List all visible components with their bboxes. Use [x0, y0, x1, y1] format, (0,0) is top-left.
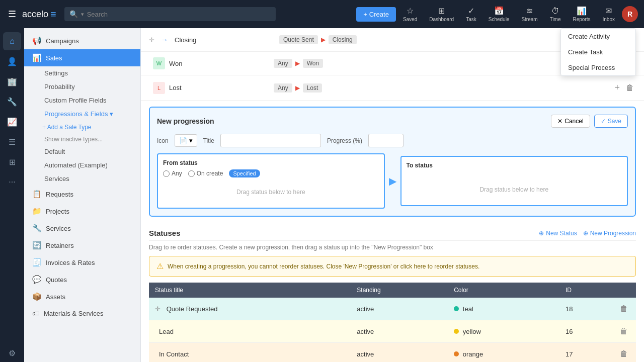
sidebar-item-campaigns[interactable]: 📢 Campaigns: [24, 32, 140, 49]
context-menu: Create Activity Create Task Special Proc…: [560, 28, 636, 76]
search-bar[interactable]: 🔍 ▾: [64, 7, 276, 21]
time-button[interactable]: ⏱ Time: [545, 5, 566, 24]
new-progression-link[interactable]: ⊕ New Progression: [583, 230, 636, 237]
plus-icon-new-status: ⊕: [539, 230, 544, 237]
to-status-label: To status: [407, 162, 622, 169]
sidebar-item-invoices-rates[interactable]: 🧾 Invoices & Rates: [24, 254, 140, 271]
add-button[interactable]: +: [612, 80, 622, 95]
show-inactive-link[interactable]: Show inactive types...: [24, 134, 140, 145]
status-boxes: From status Any On create Specified Drag…: [157, 153, 628, 209]
radio-specified-selected[interactable]: Specified: [229, 169, 260, 177]
dashboard-button[interactable]: ⊞ Dashboard: [424, 4, 459, 24]
standing-cell: active: [351, 298, 448, 320]
sidebar-sub-default[interactable]: Default: [24, 145, 140, 158]
task-button[interactable]: ✓ Task: [461, 4, 481, 24]
radio-on-create-input[interactable]: [188, 170, 195, 177]
rail-contacts-icon[interactable]: 👤: [3, 52, 21, 70]
rail-more-icon[interactable]: ···: [3, 173, 21, 191]
campaigns-icon: 📢: [32, 36, 42, 45]
search-dropdown-icon[interactable]: ▾: [81, 11, 84, 18]
sidebar-sub-custom-profile-fields[interactable]: Custom Profile Fields: [24, 94, 140, 107]
add-sale-type-button[interactable]: + Add a Sale Type: [24, 121, 140, 134]
sidebar-item-quotes[interactable]: 💬 Quotes: [24, 271, 140, 288]
rail-grid-icon[interactable]: ⊞: [3, 153, 21, 171]
sidebar-item-retainers[interactable]: 🔄 Retainers: [24, 237, 140, 254]
sidebar-item-materials-services[interactable]: 🏷 Materials & Services: [24, 305, 140, 322]
sidebar: 📢 Campaigns 📊 Sales Settings Probability…: [24, 28, 141, 362]
color-dot-icon: [454, 329, 459, 334]
rail-tools-icon[interactable]: 🔧: [3, 93, 21, 111]
rail-list-icon[interactable]: ☰: [3, 133, 21, 151]
status-table-header: Status title Standing Color ID: [149, 283, 636, 298]
sidebar-item-services[interactable]: 🔧 Services: [24, 220, 140, 237]
prog-row-icon: L: [153, 82, 165, 94]
sidebar-sub-services-type[interactable]: Services: [24, 172, 140, 186]
reports-button[interactable]: 📊 Reports: [568, 4, 596, 24]
col-standing: Standing: [351, 283, 448, 298]
flow-to-badge: Won: [303, 59, 323, 68]
stream-button[interactable]: ≋ Stream: [516, 4, 542, 24]
icon-rail: ⌂ 👤 🏢 🔧 📈 ☰ ⊞ ··· ⚙: [0, 28, 24, 362]
schedule-button[interactable]: 📅 Schedule: [484, 4, 515, 24]
topbar-actions: + Create ☆ Saved ⊞ Dashboard ✓ Task 📅 Sc…: [356, 4, 638, 24]
drag-handle-icon[interactable]: ✛: [149, 36, 154, 44]
delete-row-button[interactable]: 🗑: [618, 347, 630, 360]
prog-row-icon: →: [158, 34, 171, 46]
drag-cursor-icon[interactable]: ✛: [155, 305, 160, 313]
col-id: ID: [559, 283, 612, 298]
sidebar-item-assets[interactable]: 📦 Assets: [24, 288, 140, 305]
radio-any-input[interactable]: [163, 170, 170, 177]
sidebar-item-sales[interactable]: 📊 Sales: [24, 49, 140, 66]
rail-settings-icon[interactable]: ⚙: [3, 344, 21, 362]
task-icon: ✓: [468, 6, 474, 16]
col-status-title: Status title: [149, 283, 351, 298]
id-cell: 18: [559, 298, 612, 320]
action-cell: 🗑: [612, 320, 636, 343]
status-title-cell: Lead: [149, 320, 351, 343]
flow-to-badge: Lost: [303, 83, 323, 93]
sidebar-item-projects[interactable]: 📁 Projects: [24, 203, 140, 220]
sidebar-sub-progressions-fields[interactable]: Progressions & Fields ▾: [24, 107, 140, 121]
sidebar-sub-probability[interactable]: Probability: [24, 80, 140, 94]
rail-home-icon[interactable]: ⌂: [3, 32, 21, 50]
rail-chart-icon[interactable]: 📈: [3, 113, 21, 131]
rail-company-icon[interactable]: 🏢: [3, 72, 21, 90]
progress-input[interactable]: [368, 134, 404, 147]
flow-arrow-icon: ▶: [295, 60, 300, 67]
save-button[interactable]: ✓ Save: [594, 115, 628, 128]
title-input[interactable]: [220, 134, 321, 147]
radio-on-create[interactable]: On create: [188, 170, 223, 177]
delete-button[interactable]: 🗑: [624, 80, 636, 95]
context-menu-special-process[interactable]: Special Process: [561, 60, 635, 75]
col-actions: [612, 283, 636, 298]
avatar[interactable]: R: [622, 6, 638, 22]
cancel-button[interactable]: ✕ Cancel: [551, 115, 590, 128]
statuses-help-text: Drag to re order statuses. Create a new …: [149, 241, 636, 256]
delete-row-button[interactable]: 🗑: [618, 325, 630, 338]
create-button[interactable]: + Create: [356, 7, 396, 22]
delete-row-button[interactable]: 🗑: [618, 302, 630, 315]
sidebar-sub-automated[interactable]: Automated (Example): [24, 158, 140, 172]
context-menu-create-task[interactable]: Create Task: [561, 44, 635, 60]
icon-picker[interactable]: 📄 ▾: [175, 134, 197, 147]
statuses-actions: ⊕ New Status ⊕ New Progression: [539, 230, 636, 237]
flow-arrow-icon: ▶: [295, 84, 300, 92]
chevron-down-icon: ▾: [110, 110, 113, 118]
sidebar-sub-settings[interactable]: Settings: [24, 66, 140, 80]
schedule-icon: 📅: [494, 6, 504, 16]
radio-any[interactable]: Any: [163, 170, 182, 177]
standing-cell: active: [351, 343, 448, 363]
color-cell: orange: [448, 343, 559, 363]
new-progression-header: New progression ✕ Cancel ✓ Save: [157, 115, 628, 128]
context-menu-create-activity[interactable]: Create Activity: [561, 29, 635, 44]
services-icon: 🔧: [32, 224, 42, 233]
sidebar-item-requests[interactable]: 📋 Requests: [24, 186, 140, 203]
search-input[interactable]: [87, 11, 271, 18]
table-row: L Lost Any ▶ Lost + 🗑: [141, 75, 644, 101]
new-status-link[interactable]: ⊕ New Status: [539, 230, 577, 237]
saved-button[interactable]: ☆ Saved: [398, 4, 422, 24]
action-cell: 🗑: [612, 343, 636, 363]
materials-icon: 🏷: [32, 309, 40, 318]
inbox-button[interactable]: ✉ Inbox: [598, 4, 620, 24]
hamburger-icon[interactable]: ☰: [6, 7, 18, 22]
